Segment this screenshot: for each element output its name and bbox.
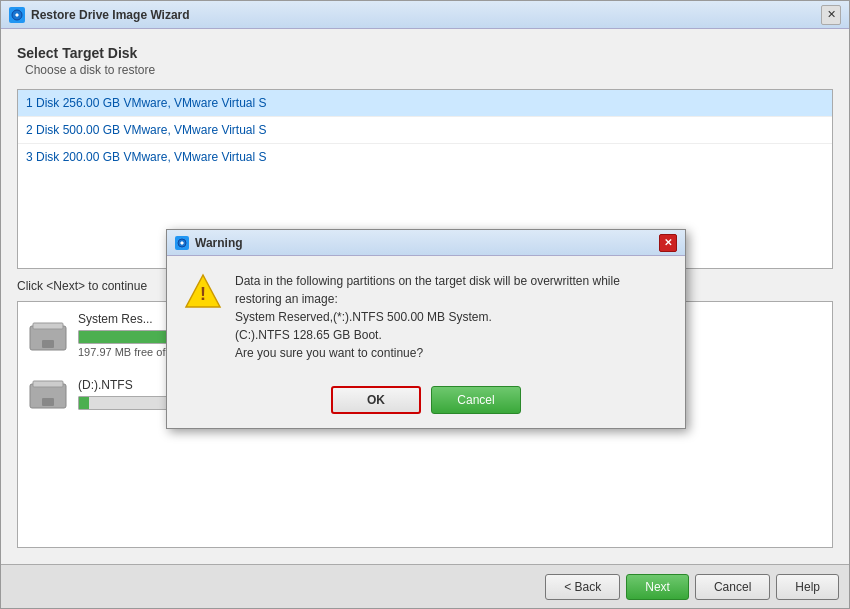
warning-dialog: Warning ✕ ! Data in the following parti xyxy=(166,229,686,429)
modal-close-button[interactable]: ✕ xyxy=(659,234,677,252)
main-window: Restore Drive Image Wizard ✕ Select Targ… xyxy=(0,0,850,609)
modal-cancel-button[interactable]: Cancel xyxy=(431,386,521,414)
modal-ok-button[interactable]: OK xyxy=(331,386,421,414)
modal-content: ! Data in the following partitions on th… xyxy=(167,256,685,378)
modal-message: Data in the following partitions on the … xyxy=(235,272,620,362)
title-bar: Restore Drive Image Wizard ✕ xyxy=(1,1,849,29)
modal-app-icon xyxy=(175,236,189,250)
app-icon xyxy=(9,7,25,23)
window-title: Restore Drive Image Wizard xyxy=(31,8,821,22)
content-wrapper: Select Target Disk Choose a disk to rest… xyxy=(1,29,849,608)
window-close-button[interactable]: ✕ xyxy=(821,5,841,25)
modal-overlay: Warning ✕ ! Data in the following parti xyxy=(1,29,849,608)
modal-title-bar: Warning ✕ xyxy=(167,230,685,256)
modal-title: Warning xyxy=(195,236,659,250)
modal-buttons: OK Cancel xyxy=(167,378,685,428)
svg-text:!: ! xyxy=(200,284,206,304)
warning-icon: ! xyxy=(183,272,223,312)
